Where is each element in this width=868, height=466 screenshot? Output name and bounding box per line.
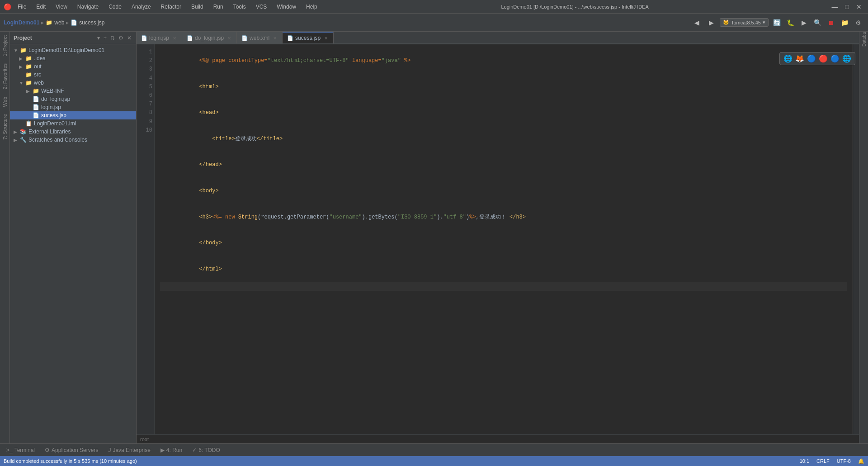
code-line-5: </head> — [160, 152, 847, 178]
notification-icon[interactable]: 🔔 — [858, 458, 864, 464]
sidebar-item-web[interactable]: Web — [1, 93, 9, 110]
tab-application-servers[interactable]: ⚙ Application Servers — [40, 445, 103, 455]
tab-sucess-close[interactable]: ✕ — [324, 36, 328, 41]
src-folder-icon: 📁 — [25, 71, 32, 78]
stop-button[interactable]: ⏹ — [825, 16, 837, 29]
project-dropdown-arrow[interactable]: ▾ — [96, 34, 101, 42]
tree-do-login-jsp[interactable]: 📄 do_login.jsp — [10, 95, 136, 103]
settings-button[interactable]: ⚙ — [852, 16, 864, 29]
close-button[interactable]: ✕ — [854, 2, 864, 11]
menu-file[interactable]: File — [14, 3, 30, 11]
run-label: 4: Run — [166, 447, 182, 453]
reload-button[interactable]: 🔄 — [770, 16, 783, 29]
menu-code[interactable]: Code — [105, 3, 125, 11]
tomcat-dropdown-arrow: ▾ — [763, 19, 765, 25]
coverage-button[interactable]: ▶ — [797, 16, 810, 29]
login-icon: 📄 — [33, 104, 39, 110]
editor-tabs: 📄 login.jsp ✕ 📄 do_login.jsp ✕ 📄 web.xml… — [137, 32, 859, 44]
tab-do-login-jsp[interactable]: 📄 do_login.jsp ✕ — [182, 32, 237, 43]
line-numbers: 1 2 3 4 5 6 7 8 9 10 — [137, 44, 155, 434]
tomcat-icon: 🐱 — [723, 19, 729, 25]
tree-external-libraries[interactable]: ▶ 📚 External Libraries — [10, 128, 136, 136]
tree-web-folder[interactable]: ▼ 📁 web — [10, 79, 136, 87]
tree-iml-file[interactable]: 📋 LoginDemo01.iml — [10, 119, 136, 128]
java-enterprise-icon: J — [108, 447, 111, 453]
terminal-label: Terminal — [14, 447, 35, 453]
menu-refactor[interactable]: Refactor — [157, 3, 185, 11]
tab-terminal[interactable]: >_ Terminal — [2, 445, 39, 455]
sidebar-item-favorites[interactable]: 2: Favorites — [1, 60, 9, 93]
sucess-arrow — [26, 113, 31, 118]
editor-breadcrumb: root — [137, 434, 859, 443]
project-sort-button[interactable]: ⇅ — [109, 34, 116, 42]
menu-window[interactable]: Window — [273, 3, 300, 11]
tree-src-folder[interactable]: 📁 src — [10, 71, 136, 79]
tree-idea-folder[interactable]: ▶ 📁 .idea — [10, 54, 136, 62]
project-close-button[interactable]: ✕ — [126, 34, 132, 42]
chrome-icon[interactable]: 🌐 — [783, 54, 793, 63]
debug-button[interactable]: 🐛 — [784, 16, 797, 29]
tab-web-close[interactable]: ✕ — [273, 36, 277, 41]
tab-do-login-close[interactable]: ✕ — [227, 36, 231, 41]
cursor-position: 10:1 — [800, 458, 809, 464]
forward-button[interactable]: ▶ — [705, 16, 718, 29]
file-name-breadcrumb: sucess.jsp — [79, 19, 104, 26]
folder-breadcrumb: 📁 — [46, 19, 52, 26]
ie-icon[interactable]: 🔵 — [830, 54, 840, 63]
web-folder-icon: 📁 — [25, 80, 32, 86]
project-settings-button[interactable]: ⚙ — [118, 34, 124, 42]
web-arrow: ▼ — [19, 81, 24, 86]
tomcat-label: Tomcat8.5.45 — [731, 20, 761, 25]
code-content[interactable]: <%@ page contentType="text/html;charset=… — [155, 44, 853, 434]
sidebar-item-project[interactable]: 1: Project — [1, 32, 9, 60]
tab-sucess-jsp[interactable]: 📄 sucess.jsp ✕ — [283, 32, 334, 43]
idea-folder-icon: 📁 — [25, 55, 32, 62]
scratches-icon: 🔧 — [20, 137, 27, 143]
tab-login-close[interactable]: ✕ — [173, 36, 176, 41]
files-button[interactable]: 📁 — [838, 16, 851, 29]
app-window: 🔴 File Edit View Navigate Code Analyze R… — [0, 0, 868, 466]
back-button[interactable]: ◀ — [691, 16, 703, 29]
tree-out-folder[interactable]: ▶ 📁 out — [10, 62, 136, 71]
tree-root-loginDemo01[interactable]: ▼ 📁 LoginDemo01 D:\LoginDemo01 — [10, 46, 136, 54]
sidebar-item-structure[interactable]: 7: Structure — [1, 110, 9, 143]
project-name-breadcrumb: LoginDemo01 — [4, 19, 39, 26]
tab-do-login-label: do_login.jsp — [195, 35, 224, 41]
project-add-button[interactable]: + — [103, 34, 108, 42]
minimize-button[interactable]: — — [829, 2, 841, 11]
app-servers-label: Application Servers — [52, 447, 98, 453]
menu-vcs[interactable]: VCS — [252, 3, 271, 11]
menu-analyze[interactable]: Analyze — [128, 3, 155, 11]
search-button[interactable]: 🔍 — [811, 16, 824, 29]
tab-java-enterprise[interactable]: J Java Enterprise — [104, 445, 155, 455]
menu-help[interactable]: Help — [302, 3, 321, 11]
folder-name-breadcrumb: web — [54, 19, 64, 26]
menu-navigate[interactable]: Navigate — [74, 3, 102, 11]
menu-edit[interactable]: Edit — [33, 3, 49, 11]
edge-icon[interactable]: 🔵 — [807, 54, 816, 63]
menu-view[interactable]: View — [52, 3, 71, 11]
iml-arrow — [19, 121, 24, 126]
safari-icon[interactable]: 🌐 — [842, 54, 851, 63]
database-icon[interactable]: Database — [860, 33, 868, 41]
menu-build[interactable]: Build — [188, 3, 207, 11]
title-bar-left: 🔴 File Edit View Navigate Code Analyze R… — [4, 3, 321, 11]
menu-tools[interactable]: Tools — [230, 3, 250, 11]
tab-todo[interactable]: ✓ 6: TODO — [188, 445, 225, 455]
maximize-button[interactable]: □ — [843, 2, 852, 11]
tree-login-jsp[interactable]: 📄 login.jsp — [10, 103, 136, 111]
run-icon: ▶ — [160, 447, 165, 453]
tomcat-selector[interactable]: 🐱 Tomcat8.5.45 ▾ — [720, 18, 769, 27]
tab-do-login-icon: 📄 — [187, 35, 193, 41]
tree-scratches[interactable]: ▶ 🔧 Scratches and Consoles — [10, 136, 136, 144]
breadcrumb-arrow-1: ▸ — [41, 19, 44, 26]
firefox-icon[interactable]: 🦊 — [795, 54, 804, 63]
tree-sucess-jsp[interactable]: 📄 sucess.jsp — [10, 111, 136, 119]
menu-run[interactable]: Run — [210, 3, 227, 11]
tab-run[interactable]: ▶ 4: Run — [156, 445, 187, 455]
tab-login-jsp[interactable]: 📄 login.jsp ✕ — [137, 32, 182, 43]
tab-login-icon: 📄 — [141, 35, 147, 41]
tree-webinf-folder[interactable]: ▶ 📁 WEB-INF — [10, 87, 136, 95]
tab-web-xml[interactable]: 📄 web.xml ✕ — [237, 32, 283, 43]
opera-icon[interactable]: 🔴 — [819, 54, 828, 63]
